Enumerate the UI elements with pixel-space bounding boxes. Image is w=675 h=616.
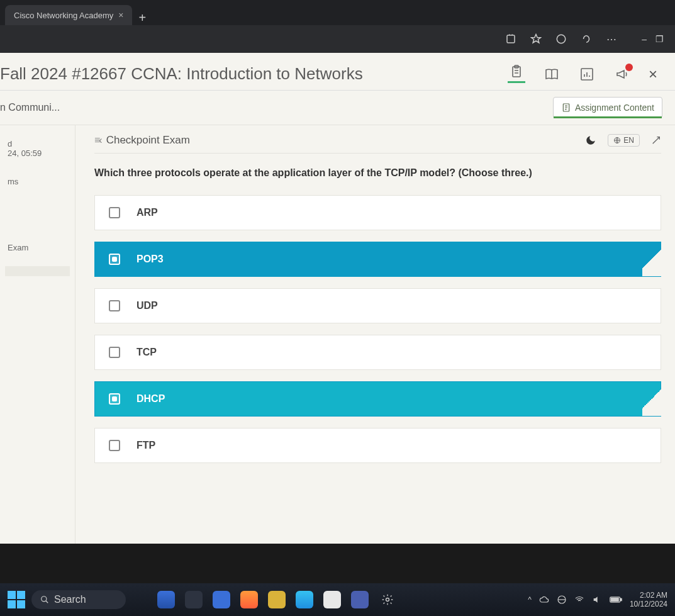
list-icon[interactable]: ≡‹ [94, 135, 101, 146]
checkbox-icon[interactable] [109, 254, 120, 265]
exam-main: ≡‹ Checkpoint Exam EN [75, 125, 675, 544]
assignment-content-label: Assignment Content [575, 103, 654, 113]
option-label: DHCP [137, 393, 165, 405]
sidebar-item[interactable]: ms [5, 172, 70, 191]
option-label: UDP [137, 300, 158, 311]
globe-icon [613, 137, 621, 144]
svg-rect-12 [611, 598, 618, 602]
answer-option[interactable]: DHCP [94, 381, 661, 417]
option-label: ARP [137, 207, 158, 218]
expand-icon[interactable] [651, 135, 661, 145]
taskbar-app[interactable] [351, 591, 369, 608]
course-title: Fall 2024 #12667 CCNA: Introduction to N… [0, 64, 508, 84]
taskbar-clock[interactable]: 2:02 AM 10/12/2024 [630, 591, 667, 609]
checkbox-icon[interactable] [109, 393, 120, 405]
sidebar-item[interactable]: d 24, 05:59 [5, 134, 70, 163]
wifi-icon[interactable] [574, 595, 584, 605]
header-icon-group: × [508, 65, 661, 83]
window-controls: – ❐ [642, 34, 664, 44]
close-panel-icon[interactable]: × [649, 65, 657, 83]
copilot-icon[interactable] [580, 33, 593, 45]
taskbar-apps [132, 591, 522, 608]
answer-option[interactable]: TCP [94, 335, 661, 370]
book-icon[interactable] [543, 65, 561, 83]
svg-point-7 [42, 596, 47, 602]
assignment-content-button[interactable]: Assignment Content [553, 97, 662, 118]
sidebar-item-time: 24, 05:59 [8, 148, 67, 158]
taskbar-app[interactable] [185, 591, 203, 608]
battery-icon[interactable] [610, 596, 622, 603]
chart-icon[interactable] [578, 65, 596, 83]
more-icon[interactable]: ⋯ [605, 33, 618, 45]
sidebar: d 24, 05:59 ms Exam [0, 125, 75, 544]
system-tray: ^ 2:02 AM 10/12/2024 [528, 591, 667, 609]
exam-tools: EN [585, 134, 661, 147]
tray-chevron-icon[interactable]: ^ [528, 595, 532, 604]
clock-date: 10/12/2024 [630, 600, 667, 608]
taskbar-app[interactable] [296, 591, 313, 608]
breadcrumb[interactable]: n Communi... [0, 102, 553, 113]
sidebar-item-label: d [8, 139, 67, 148]
checkbox-icon[interactable] [109, 347, 120, 358]
option-label: TCP [137, 347, 157, 358]
start-button[interactable] [8, 591, 25, 608]
language-label: EN [623, 136, 634, 145]
page-content: Fall 2024 #12667 CCNA: Introduction to N… [0, 53, 675, 544]
minimize-button[interactable]: – [642, 34, 647, 44]
sidebar-item[interactable]: Exam [5, 238, 70, 257]
answer-option[interactable]: POP3 [94, 242, 661, 277]
settings-icon[interactable] [379, 591, 396, 608]
profile-icon[interactable] [555, 33, 567, 45]
browser-tab-strip: Cisco Networking Academy × + [0, 0, 675, 25]
taskbar-search[interactable]: Search [31, 590, 126, 609]
option-label: POP3 [137, 254, 164, 265]
answer-option[interactable]: UDP [94, 288, 661, 323]
clipboard-icon[interactable] [508, 65, 525, 83]
answer-option[interactable]: FTP [94, 428, 661, 463]
browser-tab[interactable]: Cisco Networking Academy × [5, 5, 132, 25]
taskbar-app[interactable] [213, 591, 230, 608]
favorites-icon[interactable] [530, 33, 542, 45]
tab-title: Cisco Networking Academy [14, 11, 113, 20]
sub-header: n Communi... Assignment Content [0, 91, 675, 125]
volume-icon[interactable] [592, 595, 602, 605]
option-label: FTP [137, 440, 155, 451]
new-tab-button[interactable]: + [132, 11, 152, 25]
checkbox-icon[interactable] [109, 207, 120, 218]
question-text: Which three protocols operate at the app… [94, 167, 661, 179]
answer-options: ARP POP3 UDP TCP [94, 195, 661, 463]
clock-time: 2:02 AM [630, 591, 667, 600]
document-icon [561, 103, 571, 113]
answer-option[interactable]: ARP [94, 195, 661, 230]
extension-icon[interactable] [505, 33, 517, 45]
announcement-icon[interactable] [613, 65, 631, 83]
language-selector[interactable]: EN [608, 134, 640, 147]
sidebar-item-selected[interactable] [5, 266, 70, 276]
checkbox-icon[interactable] [109, 300, 120, 311]
svg-rect-11 [620, 598, 622, 600]
sidebar-item-label: ms [8, 177, 67, 186]
dark-mode-icon[interactable] [585, 135, 596, 146]
notification-badge [625, 64, 633, 71]
restore-button[interactable]: ❐ [655, 34, 664, 44]
taskbar-app[interactable] [323, 591, 341, 608]
page-header: Fall 2024 #12667 CCNA: Introduction to N… [0, 53, 675, 91]
exam-header: ≡‹ Checkpoint Exam EN [94, 134, 661, 154]
taskbar-app[interactable] [268, 591, 286, 608]
sidebar-item-label: Exam [8, 243, 67, 252]
search-icon [40, 595, 49, 604]
search-placeholder: Search [54, 594, 86, 605]
language-tray-icon[interactable] [557, 595, 567, 605]
taskbar-app[interactable] [157, 591, 175, 608]
svg-point-1 [557, 35, 566, 43]
exam-title: Checkpoint Exam [106, 134, 586, 147]
svg-point-8 [386, 598, 389, 602]
cloud-icon[interactable] [539, 595, 549, 605]
close-tab-icon[interactable]: × [118, 10, 123, 20]
taskbar-app[interactable] [240, 591, 258, 608]
windows-taskbar: Search ^ [0, 583, 675, 616]
svg-rect-0 [507, 35, 515, 43]
browser-toolbar: ⋯ – ❐ [0, 25, 675, 53]
checkbox-icon[interactable] [109, 440, 120, 451]
